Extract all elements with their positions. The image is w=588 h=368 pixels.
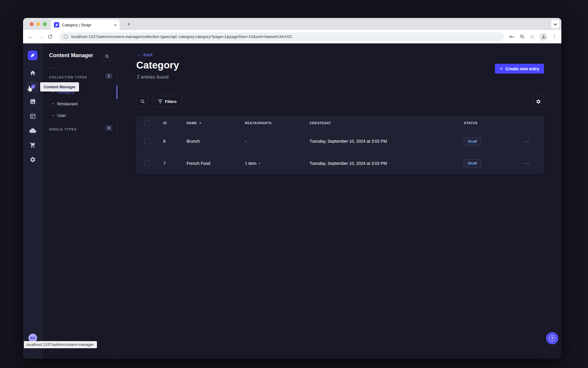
browser-window: Category | Strapi × + ← → i localhost:13… <box>23 18 561 359</box>
browser-tab[interactable]: Category | Strapi × <box>51 20 120 30</box>
nav-deploy-cloud-icon[interactable] <box>27 124 39 136</box>
filters-button[interactable]: Filters <box>153 96 182 107</box>
cell-createdat: Tuesday, September 10, 2024 at 3:03 PM <box>310 161 464 166</box>
bookmark-star-icon[interactable]: ☆ <box>530 34 535 40</box>
cell-restaurants-relation[interactable]: 1 item ▾ <box>245 161 310 166</box>
view-settings-button[interactable] <box>533 96 544 107</box>
column-header-id[interactable]: ID <box>163 121 187 125</box>
password-manager-icon[interactable] <box>509 34 515 40</box>
content-manager-tooltip: Content Manager <box>40 82 79 92</box>
strapi-favicon-icon <box>54 22 59 28</box>
browser-toolbar: ← → i localhost:1337/admin/content-manag… <box>23 30 561 43</box>
cell-id: 7 <box>163 161 187 166</box>
subnav-divider <box>49 68 56 69</box>
status-badge: Draft <box>464 159 481 167</box>
bullet-icon <box>52 103 54 104</box>
new-tab-button[interactable]: + <box>125 21 132 28</box>
table-header-row: ID NAME▲ RESTAURANTS CREATEDAT STATUS <box>136 115 544 130</box>
relation-count: 1 item <box>245 161 256 166</box>
table-row[interactable]: 7 French Food 1 item ▾ Tuesday, Septembe… <box>136 152 544 174</box>
back-arrow-icon: ← <box>137 52 141 57</box>
mouse-cursor <box>26 85 34 93</box>
column-header-restaurants[interactable]: RESTAURANTS <box>245 121 310 125</box>
url-text: localhost:1337/admin/content-manager/col… <box>71 34 293 39</box>
single-types-label: SINGLE TYPES <box>49 127 77 131</box>
nav-settings-icon[interactable] <box>27 153 39 165</box>
nav-divider <box>27 64 39 64</box>
sidebar-item-user[interactable]: User <box>46 110 115 121</box>
back-link[interactable]: ← Back <box>137 52 153 57</box>
cell-restaurants: - <box>245 139 310 144</box>
tab-search-button[interactable] <box>551 20 559 28</box>
page-title: Category <box>136 60 179 71</box>
address-bar[interactable]: i localhost:1337/admin/content-manager/c… <box>60 32 504 41</box>
column-header-status[interactable]: STATUS <box>464 121 522 125</box>
main-content: ← Back Category 2 entries found + Create… <box>118 43 561 359</box>
active-item-indicator <box>116 85 117 99</box>
chevron-down-icon: ▾ <box>259 162 260 165</box>
create-new-entry-button[interactable]: + Create new entry <box>495 64 544 74</box>
filter-icon <box>158 100 162 103</box>
row-checkbox[interactable] <box>144 160 150 166</box>
nav-content-type-builder-icon[interactable] <box>27 110 39 122</box>
single-types-count-badge: 0 <box>105 125 112 131</box>
browser-forward-button[interactable]: → <box>37 34 45 40</box>
nav-marketplace-icon[interactable] <box>27 139 39 151</box>
chevron-down-icon <box>554 22 557 25</box>
strapi-logo[interactable] <box>28 51 37 60</box>
nav-media-library-icon[interactable] <box>27 95 39 107</box>
help-icon: ? <box>549 335 555 341</box>
browser-profile-avatar[interactable] <box>539 33 547 41</box>
create-button-label: Create new entry <box>505 66 539 71</box>
nav-home-icon[interactable] <box>27 67 39 79</box>
zoom-page-icon[interactable] <box>519 34 525 39</box>
row-actions-button[interactable]: ⋯ <box>522 138 530 145</box>
status-badge: Draft <box>464 137 481 145</box>
subnav-search-button[interactable] <box>102 51 112 61</box>
sidebar-item-label: User <box>57 113 66 118</box>
cell-id: 8 <box>163 139 187 144</box>
strapi-app: KD Content Manager COLLECTION TYPES 3 Ca… <box>23 43 561 359</box>
sidebar-item-restaurant[interactable]: Restaurant <box>46 98 115 110</box>
table-row[interactable]: 8 Brunch - Tuesday, September 10, 2024 a… <box>136 130 544 152</box>
filters-label: Filters <box>165 99 177 104</box>
browser-menu-icon[interactable]: ⋮ <box>552 34 557 40</box>
tab-title: Category | Strapi <box>62 23 91 27</box>
browser-back-button[interactable]: ← <box>27 34 34 40</box>
browser-tab-strip: Category | Strapi × + <box>23 18 561 30</box>
entries-table: ID NAME▲ RESTAURANTS CREATEDAT STATUS 8 … <box>136 115 544 174</box>
cell-name: Brunch <box>187 139 245 144</box>
column-header-name[interactable]: NAME▲ <box>187 121 245 125</box>
collection-types-label: COLLECTION TYPES <box>49 75 87 79</box>
window-controls <box>30 22 47 26</box>
plus-icon: + <box>500 66 503 72</box>
bullet-icon <box>52 115 54 116</box>
sort-asc-icon: ▲ <box>199 121 202 124</box>
browser-reload-button[interactable] <box>48 34 55 39</box>
column-header-createdat[interactable]: CREATEDAT <box>310 121 464 125</box>
subnav-title: Content Manager <box>49 52 93 59</box>
collection-types-count-badge: 3 <box>105 73 112 79</box>
cell-name: French Food <box>187 161 245 166</box>
back-label: Back <box>143 52 153 57</box>
table-search-button[interactable] <box>137 96 148 107</box>
close-window-button[interactable] <box>30 22 34 26</box>
link-status-bubble: localhost:1337/admin/content-manager <box>24 341 97 348</box>
select-all-checkbox[interactable] <box>144 120 150 126</box>
minimize-window-button[interactable] <box>36 22 40 26</box>
tab-close-icon[interactable]: × <box>114 23 117 27</box>
help-button[interactable]: ? <box>546 332 558 344</box>
entries-count: 2 entries found <box>137 74 169 80</box>
cell-createdat: Tuesday, September 10, 2024 at 3:03 PM <box>310 139 464 144</box>
page-info-icon[interactable]: i <box>64 34 68 39</box>
sidebar-item-label: Restaurant <box>57 101 78 106</box>
maximize-window-button[interactable] <box>43 22 47 26</box>
toolbar-actions: ☆ ⋮ <box>509 33 557 41</box>
row-checkbox[interactable] <box>144 138 150 144</box>
row-actions-button[interactable]: ⋯ <box>522 160 530 167</box>
